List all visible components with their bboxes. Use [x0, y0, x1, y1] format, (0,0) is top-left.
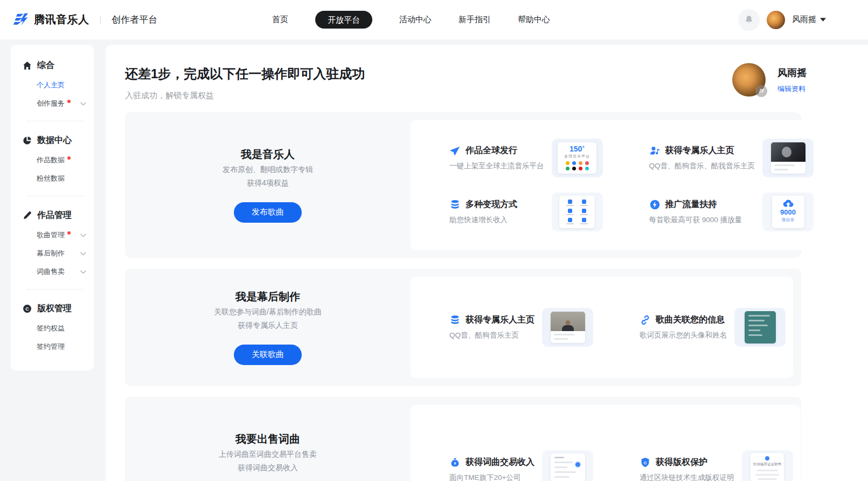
- benefit-desc: 助您快速增长收入: [449, 215, 544, 225]
- thumb-line: [554, 462, 573, 463]
- sidebar-item-contract-rights[interactable]: 签约权益: [11, 319, 94, 338]
- logo-divider: ｜: [96, 14, 105, 25]
- sidebar-item-behind-the-scenes[interactable]: 幕后制作: [11, 244, 94, 263]
- platform-dot: [566, 161, 570, 165]
- benefit-thumb-platforms: 150+全球音乐平台: [552, 139, 603, 177]
- logo[interactable]: 腾讯音乐人 ｜ 创作者平台: [13, 0, 157, 39]
- benefit-thumb-plays: 9000播放量: [762, 193, 814, 231]
- sidebar-group-data-center: 数据中心作品数据粉丝数据: [11, 129, 94, 188]
- sidebar-item-contract-management[interactable]: 签约管理: [11, 338, 94, 356]
- edit-profile-link[interactable]: 编辑资料: [777, 84, 807, 94]
- sidebar-divider: [27, 196, 84, 196]
- coins-icon: [449, 314, 461, 326]
- sidebar-item-lyrics-sale[interactable]: 词曲售卖: [11, 263, 94, 281]
- platform-dots: [558, 161, 596, 170]
- main-header: 还差1步，完成以下任一操作即可入驻成功 入驻成功，解锁专属权益: [125, 65, 849, 101]
- thumb-grid-item: [578, 208, 591, 216]
- benefit-text: 多种变现方式助您快速增长收入: [449, 199, 544, 225]
- sidebar-group-works-management: 作品管理歌曲管理幕后制作词曲售卖: [11, 204, 94, 281]
- notifications-button[interactable]: [738, 9, 760, 31]
- thumb-line: [554, 338, 568, 340]
- benefit-text: ¥获得词曲交易收入面向TME旗下20+公司: [449, 457, 534, 481]
- chevron-down-icon: [80, 102, 86, 106]
- benefit-title: 作品全球发行: [466, 145, 517, 156]
- thumb-line: [554, 334, 574, 335]
- sidebar-item-creation-services[interactable]: 创作服务: [11, 94, 94, 113]
- section-desc: 发布原创、翻唱或数字专辑: [223, 164, 313, 175]
- caret-down-icon: [820, 18, 826, 22]
- benefit-text: 获得专属乐人主页QQ音、酷狗音乐、酷我音乐主页: [649, 145, 755, 171]
- benefit-artist-page-producer: 获得专属乐人主页QQ音、酷狗音乐主页: [411, 300, 601, 354]
- nav-item-beginner-guide[interactable]: 新手指引: [459, 15, 491, 25]
- topbar-right: 风雨摇: [738, 0, 826, 39]
- thumb-photo-figure: [782, 147, 791, 157]
- benefit-artist-page: 获得专属乐人主页QQ音、酷狗音乐、酷我音乐主页: [610, 131, 822, 185]
- benefit-panel: 获得专属乐人主页QQ音、酷狗音乐主页歌曲关联您的信息歌词页展示您的头像和姓名: [411, 277, 793, 378]
- thumb-line: [748, 320, 765, 321]
- user-music-icon: [649, 145, 661, 156]
- thumb-grid-item: [578, 217, 591, 225]
- thumb-line: [554, 476, 570, 478]
- thumb-line: [774, 164, 795, 166]
- thumb-grid-icon: [582, 218, 586, 222]
- sidebar-header-label: 数据中心: [37, 135, 72, 146]
- moneybag-icon: ¥: [449, 457, 461, 468]
- thumb-grid-label: [566, 214, 574, 215]
- user-avatar[interactable]: [767, 11, 785, 29]
- benefit-text: 歌曲关联您的信息歌词页展示您的头像和姓名: [640, 314, 727, 340]
- profile-card: 风雨摇 编辑资料: [732, 63, 807, 97]
- thumb-line: [748, 329, 760, 331]
- sidebar-item-label: 词曲售卖: [37, 267, 65, 277]
- section-title: 我要出售词曲: [235, 432, 300, 446]
- sidebar-header-data-center[interactable]: 数据中心: [11, 129, 94, 151]
- profile-name: 风雨摇: [777, 66, 807, 79]
- thumb-grid-label: [580, 214, 588, 215]
- page-subtitle: 入驻成功，解锁专属权益: [125, 91, 365, 101]
- nav-item-open-platform[interactable]: 开放平台: [315, 11, 372, 29]
- benefit-text: C获得版权保护通过区块链技术生成版权证明: [640, 457, 734, 481]
- sidebar-header-works-management[interactable]: 作品管理: [11, 204, 94, 226]
- thumb-mini-card: [771, 142, 805, 174]
- sidebar-group-copyright-management: C版权管理签约权益签约管理: [11, 298, 94, 356]
- sidebar-item-works-data[interactable]: 作品数据: [11, 151, 94, 169]
- musician-action-button[interactable]: 发布歌曲: [234, 202, 302, 223]
- sidebar-divider: [27, 121, 84, 121]
- sidebar-item-personal-home[interactable]: 个人主页: [11, 76, 94, 94]
- thumb-grid-label: [580, 205, 588, 206]
- thumb-grid-item: [564, 199, 577, 207]
- thumb-grid-icon: [568, 209, 572, 213]
- main-header-text: 还差1步，完成以下任一操作即可入驻成功 入驻成功，解锁专属权益: [125, 65, 365, 101]
- cta-sections: 我是音乐人发布原创、翻唱或数字专辑获得4项权益发布歌曲作品全球发行一键上架至全球…: [125, 112, 849, 481]
- nav-item-home[interactable]: 首页: [272, 15, 288, 25]
- svg-text:¥: ¥: [454, 462, 456, 465]
- thumb-line: [554, 457, 564, 458]
- notification-dot: [67, 100, 71, 103]
- cloud-up-icon: [772, 199, 804, 208]
- sidebar-item-fans-data[interactable]: 粉丝数据: [11, 169, 94, 188]
- benefit-text: 获得专属乐人主页QQ音、酷狗音乐主页: [449, 314, 534, 340]
- profile-badge: [755, 85, 767, 97]
- nav-item-activity-center[interactable]: 活动中心: [399, 15, 432, 25]
- sidebar-header-overview[interactable]: 综合: [11, 54, 94, 76]
- thumb-mini-card: 9000播放量: [772, 196, 804, 228]
- section-producer: 我是幕后制作关联您参与词曲/幕后制作的歌曲获得专属乐人主页关联歌曲获得专属乐人主…: [125, 269, 801, 386]
- svg-text:C: C: [25, 306, 29, 311]
- thumb-line: [748, 334, 762, 336]
- producer-action-button[interactable]: 关联歌曲: [234, 345, 302, 365]
- benefit-monetization: 多种变现方式助您快速增长收入: [411, 185, 610, 239]
- user-menu[interactable]: 风雨摇: [792, 15, 826, 25]
- chevron-down-icon: [80, 233, 86, 237]
- profile-avatar[interactable]: [732, 63, 766, 97]
- thumb-count: 9000: [772, 208, 804, 216]
- benefit-text: 推广流量扶持每首歌最高可获 9000 播放量: [649, 199, 755, 225]
- thumb-grid-icon: [582, 209, 586, 213]
- sidebar-header-copyright-management[interactable]: C版权管理: [11, 298, 94, 319]
- sidebar-item-label: 创作服务: [37, 99, 65, 108]
- sidebar-item-song-management[interactable]: 歌曲管理: [11, 226, 94, 244]
- benefit-title: 歌曲关联您的信息: [656, 314, 725, 326]
- benefit-title-row: 推广流量扶持: [649, 199, 755, 210]
- section-desc: 获得专属乐人主页: [238, 320, 298, 331]
- shield-icon: C: [640, 457, 651, 468]
- sidebar-item-label: 粉丝数据: [37, 174, 65, 183]
- nav-item-help-center[interactable]: 帮助中心: [518, 15, 550, 25]
